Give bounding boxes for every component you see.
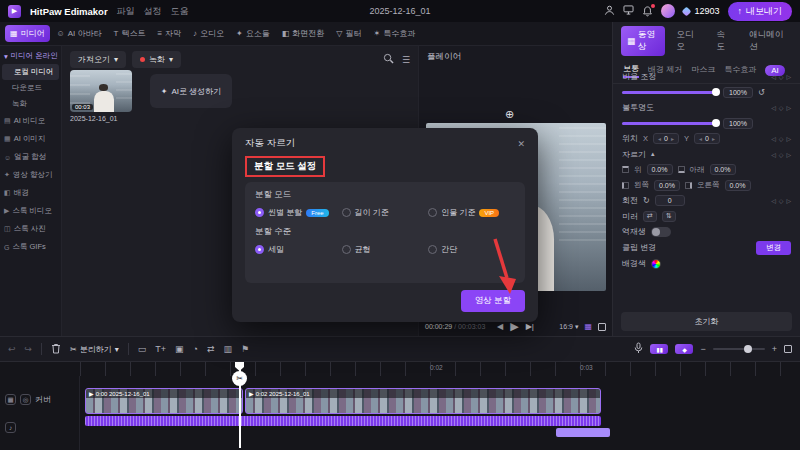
speed-tool-icon[interactable]: ◔: [193, 344, 198, 354]
notification-bell-icon[interactable]: [642, 6, 653, 17]
stepper-right-icon[interactable]: ▸: [712, 135, 715, 142]
crop-right-input[interactable]: 0.0%: [725, 180, 751, 191]
y-input[interactable]: ◂0▸: [694, 133, 720, 144]
trash-icon[interactable]: [51, 343, 61, 356]
level-option-balanced[interactable]: 균형: [342, 244, 429, 255]
marker-icon[interactable]: ⚑: [241, 344, 249, 354]
change-clip-button[interactable]: 변경: [756, 241, 791, 255]
tab-video-props[interactable]: ▦동영상: [621, 26, 665, 56]
timeline-zoom-slider[interactable]: [713, 348, 765, 351]
redo-icon[interactable]: ↪: [25, 344, 33, 354]
coin-counter[interactable]: 12903: [683, 6, 719, 16]
prev-keyframe-icon[interactable]: ◁: [771, 73, 776, 80]
overlay-clip[interactable]: [556, 428, 610, 437]
opacity-slider[interactable]: [622, 122, 718, 125]
zoom-out-icon[interactable]: −: [700, 344, 705, 354]
tab-text[interactable]: T텍스트: [109, 25, 151, 42]
menu-help[interactable]: 도움: [171, 5, 189, 18]
avatar[interactable]: [661, 4, 675, 18]
prev-keyframe-icon[interactable]: ◁: [771, 151, 776, 158]
tab-speed-props[interactable]: 속도: [711, 26, 738, 56]
sidebar-item-downloads[interactable]: 다운로드: [0, 80, 61, 96]
sidebar-section-ai-video[interactable]: ▤AI 비디오: [0, 112, 61, 130]
fit-timeline-icon[interactable]: [784, 345, 792, 353]
sidebar-section-background[interactable]: ◧배경: [0, 184, 61, 202]
level-option-fine[interactable]: 세밀: [255, 244, 342, 255]
crop-top-input[interactable]: 0.0%: [647, 164, 673, 175]
tab-transitions[interactable]: ◧화면전환: [277, 25, 330, 42]
tab-elements[interactable]: ✦요소들: [231, 25, 275, 42]
tab-filters[interactable]: ▽필터: [331, 25, 366, 42]
zoom-in-icon[interactable]: +: [772, 344, 777, 354]
scale-slider[interactable]: [622, 91, 718, 94]
search-icon[interactable]: [383, 53, 394, 66]
add-text-icon[interactable]: T+: [155, 344, 166, 354]
mirror-tool-icon[interactable]: ⇄: [207, 344, 215, 354]
reset-scale-icon[interactable]: ↺: [758, 88, 765, 97]
device-icon[interactable]: [623, 5, 634, 17]
stepper-left-icon[interactable]: ◂: [699, 135, 702, 142]
add-keyframe-icon[interactable]: ◇: [779, 104, 784, 111]
crop-left-input[interactable]: 0.0%: [654, 180, 680, 191]
cut-cursor-icon[interactable]: ✂: [232, 371, 247, 386]
prev-frame-icon[interactable]: ◀: [497, 322, 503, 331]
tab-effects[interactable]: ✶특수효과: [369, 25, 421, 42]
mode-option-person[interactable]: 인물 기준VIP: [428, 207, 515, 218]
sidebar-section-enhancer[interactable]: ✦영상 향상기: [0, 166, 61, 184]
rotate-input[interactable]: 0: [655, 195, 685, 206]
add-keyframe-icon[interactable]: ◇: [779, 135, 784, 142]
next-keyframe-icon[interactable]: ▷: [786, 197, 791, 204]
mode-option-length[interactable]: 길이 기준: [342, 207, 429, 218]
sidebar-section-stock-gifs[interactable]: G스톡 GIFs: [0, 238, 61, 256]
collapse-icon[interactable]: ▴: [651, 150, 655, 158]
add-keyframe-icon[interactable]: ◇: [779, 197, 784, 204]
flip-horizontal-button[interactable]: ⇄: [643, 211, 657, 222]
sidebar-root-media[interactable]: ▾미디어 온라인: [0, 48, 61, 64]
tab-audio[interactable]: ♪오디오: [188, 25, 229, 42]
sidebar-section-face-swap[interactable]: ☺얼굴 합성: [0, 148, 61, 166]
pan-control-icon[interactable]: ⊕: [505, 108, 514, 121]
opacity-value[interactable]: 100%: [723, 118, 753, 129]
next-keyframe-icon[interactable]: ▷: [786, 73, 791, 80]
timeline-clip-1[interactable]: ▶0:00 2025-12-16_01: [85, 388, 243, 414]
timeline-area[interactable]: 0:02 0:03 ▦ ◎ 커버 ♪ ▶0:00 2025-12-16_01 ▶…: [0, 362, 800, 450]
next-keyframe-icon[interactable]: ▷: [786, 104, 791, 111]
tab-audio-props[interactable]: 오디오: [671, 26, 705, 56]
reset-button[interactable]: 초기화: [621, 312, 792, 331]
record-button[interactable]: 녹화▾: [132, 51, 181, 68]
tab-animation-props[interactable]: 애니메이션: [743, 26, 792, 56]
add-keyframe-icon[interactable]: ◇: [779, 151, 784, 158]
scale-value[interactable]: 100%: [723, 87, 753, 98]
list-view-icon[interactable]: ☰: [402, 55, 410, 65]
stepper-right-icon[interactable]: ▸: [671, 135, 674, 142]
audio-track-icon[interactable]: ♪: [5, 422, 16, 433]
next-keyframe-icon[interactable]: ▷: [786, 135, 791, 142]
export-button[interactable]: ↑내보내기: [728, 2, 793, 21]
crop-tool-icon[interactable]: ▣: [175, 344, 184, 354]
import-button[interactable]: 가져오기▾: [70, 51, 126, 68]
grid-icon[interactable]: ▦: [584, 322, 592, 331]
flip-vertical-button[interactable]: ⇅: [662, 211, 676, 222]
next-frame-icon[interactable]: ▶|: [526, 322, 534, 331]
sidebar-section-stock-photo[interactable]: ◫스톡 사진: [0, 220, 61, 238]
timeline-clip-2[interactable]: ▶0:02 2025-12-16_01: [245, 388, 601, 414]
audio-waveform-strip[interactable]: [85, 416, 601, 426]
aspect-ratio-selector[interactable]: 16:9 ▾: [559, 323, 578, 331]
select-tool-icon[interactable]: ▭: [138, 344, 147, 354]
track-visibility-icon[interactable]: ▦: [5, 394, 16, 405]
snap-toggle[interactable]: ◆: [675, 344, 693, 354]
tab-ai-avatar[interactable]: ☺AI 아바타: [52, 25, 107, 42]
stepper-left-icon[interactable]: ◂: [658, 135, 661, 142]
tab-subtitle[interactable]: ≡자막: [152, 25, 186, 42]
reverse-toggle[interactable]: [651, 227, 671, 237]
cover-label[interactable]: 커버: [35, 394, 51, 405]
x-input[interactable]: ◂0▸: [653, 133, 679, 144]
undo-icon[interactable]: ↩: [8, 344, 16, 354]
menu-settings[interactable]: 설정: [144, 5, 162, 18]
mic-icon[interactable]: [634, 342, 643, 356]
crop-bottom-input[interactable]: 0.0%: [710, 164, 736, 175]
sidebar-section-ai-image[interactable]: ▦AI 이미지: [0, 130, 61, 148]
prev-keyframe-icon[interactable]: ◁: [771, 135, 776, 142]
close-icon[interactable]: ✕: [517, 139, 525, 149]
sidebar-item-local-media[interactable]: 로컬 미디어: [2, 64, 59, 80]
